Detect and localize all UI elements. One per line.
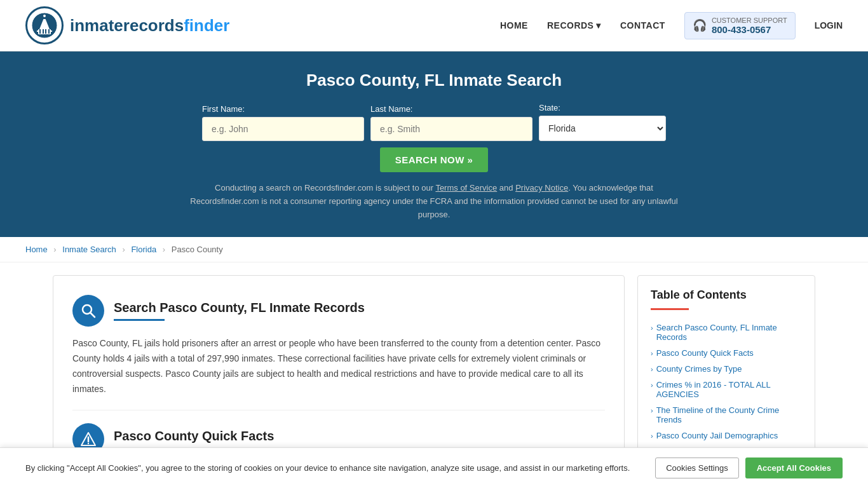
toc-link-3[interactable]: › County Crimes by Type — [651, 364, 802, 374]
first-name-label: First Name: — [202, 104, 245, 114]
cookie-banner: By clicking "Accept All Cookies", you ag… — [0, 447, 868, 488]
toc-item-5: › The Timeline of the County Crime Trend… — [651, 402, 802, 428]
chevron-down-icon: ▾ — [596, 20, 601, 30]
toc-arrow-6: › — [651, 432, 653, 440]
support-phone[interactable]: 800-433-0567 — [712, 24, 787, 35]
toc-arrow-2: › — [651, 349, 653, 357]
breadcrumb-florida[interactable]: Florida — [131, 245, 156, 254]
main-nav: HOME RECORDS ▾ CONTACT 🎧 CUSTOMER SUPPOR… — [500, 12, 843, 39]
svg-rect-2 — [37, 30, 52, 32]
toc-item-2: › Pasco County Quick Facts — [651, 345, 802, 361]
breadcrumb-sep-3: › — [163, 245, 165, 254]
support-info: CUSTOMER SUPPORT 800-433-0567 — [712, 17, 787, 35]
privacy-link[interactable]: Privacy Notice — [515, 183, 568, 193]
nav-home[interactable]: HOME — [500, 20, 528, 30]
first-name-input[interactable] — [202, 117, 364, 141]
state-label: State: — [539, 103, 560, 112]
logo-area: inmaterecordsfinder — [25, 6, 229, 44]
cookie-accept-button[interactable]: Accept All Cookies — [745, 458, 843, 478]
cookie-text: By clicking "Accept All Cookies", you ag… — [25, 462, 642, 475]
headset-icon: 🎧 — [693, 18, 707, 32]
toc-link-4[interactable]: › Crimes % in 2016 - TOTAL ALL AGENCIES — [651, 380, 802, 399]
section1-body: Pasco County, FL jails hold prisoners af… — [72, 336, 605, 396]
svg-point-14 — [88, 442, 89, 444]
search-section-icon — [72, 295, 104, 327]
svg-rect-6 — [43, 29, 44, 34]
toc-arrow-1: › — [651, 324, 653, 332]
toc-item-1: › Search Pasco County, FL Inmate Records — [651, 320, 802, 345]
section1-title-wrap: Search Pasco County, FL Inmate Records — [114, 301, 365, 321]
disclaimer-text: Conducting a search on Recordsfinder.com… — [180, 182, 688, 221]
nav-login[interactable]: LOGIN — [815, 20, 843, 30]
breadcrumb-inmate-search[interactable]: Inmate Search — [62, 245, 116, 254]
toc-item-3: › County Crimes by Type — [651, 361, 802, 377]
toc-list: › Search Pasco County, FL Inmate Records… — [651, 320, 802, 444]
toc-item-6: › Pasco County Jail Demographics — [651, 428, 802, 444]
support-label: CUSTOMER SUPPORT — [712, 17, 787, 24]
first-name-group: First Name: — [202, 104, 364, 141]
toc-arrow-4: › — [651, 381, 653, 389]
section2-title: Pasco County Quick Facts — [114, 429, 274, 444]
cookie-buttons: Cookies Settings Accept All Cookies — [655, 458, 843, 478]
breadcrumb-sep-1: › — [53, 245, 56, 254]
last-name-group: Last Name: — [370, 104, 532, 141]
cookie-settings-button[interactable]: Cookies Settings — [655, 458, 739, 478]
last-name-label: Last Name: — [370, 104, 412, 114]
section1-header: Search Pasco County, FL Inmate Records — [72, 295, 605, 327]
logo-text: inmaterecordsfinder — [70, 16, 229, 36]
page-title: Pasco County, FL Inmate Search — [13, 71, 855, 90]
logo-icon — [25, 6, 64, 44]
state-select[interactable]: Florida Alabama Alaska Arizona Californi… — [539, 116, 666, 141]
search-hero: Pasco County, FL Inmate Search First Nam… — [0, 51, 868, 237]
svg-rect-8 — [48, 29, 50, 34]
site-header: inmaterecordsfinder HOME RECORDS ▾ CONTA… — [0, 0, 868, 51]
svg-point-9 — [43, 15, 46, 17]
customer-support-box: 🎧 CUSTOMER SUPPORT 800-433-0567 — [684, 12, 796, 39]
toc-arrow-3: › — [651, 365, 653, 373]
svg-rect-5 — [39, 29, 41, 34]
breadcrumb-current: Pasco County — [172, 245, 223, 254]
toc-link-2[interactable]: › Pasco County Quick Facts — [651, 348, 802, 358]
toc-underline — [651, 308, 689, 310]
table-of-contents: Table of Contents › Search Pasco County,… — [637, 275, 815, 457]
section1-title: Search Pasco County, FL Inmate Records — [114, 301, 365, 315]
svg-line-11 — [91, 313, 95, 318]
toc-link-1[interactable]: › Search Pasco County, FL Inmate Records — [651, 323, 802, 342]
nav-contact[interactable]: CONTACT — [620, 20, 665, 30]
section1-underline — [114, 319, 165, 321]
toc-link-5[interactable]: › The Timeline of the County Crime Trend… — [651, 405, 802, 424]
search-form: First Name: Last Name: State: Florida Al… — [148, 103, 720, 172]
tos-link[interactable]: Terms of Service — [435, 183, 497, 193]
breadcrumb-home[interactable]: Home — [25, 245, 48, 254]
svg-rect-7 — [45, 29, 46, 34]
nav-records[interactable]: RECORDS ▾ — [547, 20, 601, 30]
section2-title-wrap: Pasco County Quick Facts — [114, 429, 274, 449]
last-name-input[interactable] — [370, 117, 532, 141]
toc-arrow-5: › — [651, 407, 653, 414]
breadcrumb: Home › Inmate Search › Florida › Pasco C… — [0, 237, 868, 262]
toc-link-6[interactable]: › Pasco County Jail Demographics — [651, 431, 802, 440]
toc-item-4: › Crimes % in 2016 - TOTAL ALL AGENCIES — [651, 377, 802, 402]
toc-title: Table of Contents — [651, 288, 802, 302]
breadcrumb-sep-2: › — [122, 245, 125, 254]
state-group: State: Florida Alabama Alaska Arizona Ca… — [539, 103, 666, 141]
search-button[interactable]: SEARCH NOW » — [380, 147, 489, 172]
